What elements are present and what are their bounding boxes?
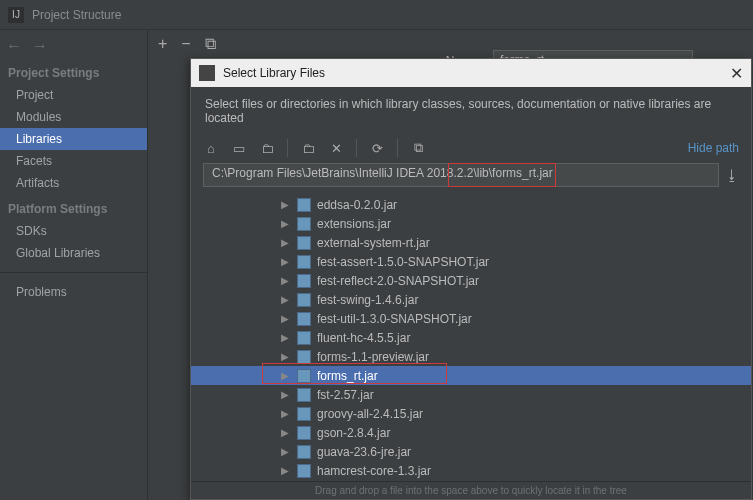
main-title-bar: IJ Project Structure xyxy=(0,0,753,30)
expand-icon[interactable]: ▶ xyxy=(281,256,291,267)
tree-row[interactable]: ▶gson-2.8.4.jar xyxy=(281,423,751,442)
expand-icon[interactable]: ▶ xyxy=(281,389,291,400)
window-title: Project Structure xyxy=(32,8,121,22)
expand-icon[interactable]: ▶ xyxy=(281,408,291,419)
tree-row[interactable]: ▶fest-util-1.3.0-SNAPSHOT.jar xyxy=(281,309,751,328)
app-icon: IJ xyxy=(8,7,24,23)
separator xyxy=(397,139,398,157)
expand-icon[interactable]: ▶ xyxy=(281,427,291,438)
dialog-toolbar: ⌂ ▭ 🗀 🗀 ✕ ⟳ ⧉ Hide path xyxy=(191,133,751,163)
close-icon[interactable]: ✕ xyxy=(730,64,743,83)
expand-icon[interactable]: ▶ xyxy=(281,313,291,324)
sidebar-item-global-libraries[interactable]: Global Libraries xyxy=(0,242,147,264)
delete-icon[interactable]: ✕ xyxy=(328,140,344,156)
expand-icon[interactable]: ▶ xyxy=(281,218,291,229)
expand-icon[interactable]: ▶ xyxy=(281,199,291,210)
file-label: fst-2.57.jar xyxy=(317,388,374,402)
tree-row[interactable]: ▶fluent-hc-4.5.5.jar xyxy=(281,328,751,347)
file-label: forms-1.1-preview.jar xyxy=(317,350,429,364)
jar-icon xyxy=(297,407,311,421)
new-folder-icon[interactable]: 🗀 xyxy=(300,140,316,156)
file-label: fest-swing-1.4.6.jar xyxy=(317,293,418,307)
tree-row[interactable]: ▶forms_rt.jar xyxy=(191,366,751,385)
forward-icon[interactable]: → xyxy=(32,37,48,55)
file-label: groovy-all-2.4.15.jar xyxy=(317,407,423,421)
file-label: gson-2.8.4.jar xyxy=(317,426,390,440)
jar-icon xyxy=(297,388,311,402)
sidebar-item-libraries[interactable]: Libraries xyxy=(0,128,147,150)
app-icon xyxy=(199,65,215,81)
jar-icon xyxy=(297,350,311,364)
separator xyxy=(287,139,288,157)
expand-icon[interactable]: ▶ xyxy=(281,465,291,476)
jar-icon xyxy=(297,198,311,212)
jar-icon xyxy=(297,426,311,440)
jar-icon xyxy=(297,217,311,231)
add-icon[interactable]: + xyxy=(158,35,167,53)
sidebar-item-artifacts[interactable]: Artifacts xyxy=(0,172,147,194)
file-label: eddsa-0.2.0.jar xyxy=(317,198,397,212)
expand-icon[interactable]: ▶ xyxy=(281,294,291,305)
file-label: fest-assert-1.5.0-SNAPSHOT.jar xyxy=(317,255,489,269)
expand-icon[interactable]: ▶ xyxy=(281,370,291,381)
tree-row[interactable]: ▶groovy-all-2.4.15.jar xyxy=(281,404,751,423)
tree-row[interactable]: ▶guava-23.6-jre.jar xyxy=(281,442,751,461)
file-label: hamcrest-core-1.3.jar xyxy=(317,464,431,478)
tree-row[interactable]: ▶forms-1.1-preview.jar xyxy=(281,347,751,366)
separator xyxy=(356,139,357,157)
file-label: fluent-hc-4.5.5.jar xyxy=(317,331,410,345)
expand-icon[interactable]: ▶ xyxy=(281,446,291,457)
tree-row[interactable]: ▶fest-assert-1.5.0-SNAPSHOT.jar xyxy=(281,252,751,271)
path-text: C:\Program Files\JetBrains\IntelliJ IDEA… xyxy=(212,166,553,180)
sidebar-item-problems[interactable]: Problems xyxy=(0,281,147,303)
expand-icon[interactable]: ▶ xyxy=(281,351,291,362)
jar-icon xyxy=(297,236,311,250)
tree-row[interactable]: ▶hamcrest-core-1.3.jar xyxy=(281,461,751,480)
tree-row[interactable]: ▶extensions.jar xyxy=(281,214,751,233)
expand-icon[interactable]: ▶ xyxy=(281,275,291,286)
jar-icon xyxy=(297,255,311,269)
dialog-info-text: Select files or directories in which lib… xyxy=(191,87,751,133)
select-library-dialog: Select Library Files ✕ Select files or d… xyxy=(190,58,752,500)
jar-icon xyxy=(297,312,311,326)
drag-hint: Drag and drop a file into the space abov… xyxy=(191,481,751,499)
file-label: guava-23.6-jre.jar xyxy=(317,445,411,459)
expand-icon[interactable]: ▶ xyxy=(281,332,291,343)
copy-icon[interactable]: ⧉ xyxy=(205,35,216,53)
remove-icon[interactable]: − xyxy=(181,35,190,53)
tree-row[interactable]: ▶fst-2.57.jar xyxy=(281,385,751,404)
tree-row[interactable]: ▶fest-reflect-2.0-SNAPSHOT.jar xyxy=(281,271,751,290)
tree-row[interactable]: ▶fest-swing-1.4.6.jar xyxy=(281,290,751,309)
jar-icon xyxy=(297,464,311,478)
path-input[interactable]: C:\Program Files\JetBrains\IntelliJ IDEA… xyxy=(203,163,719,187)
sidebar: ← → Project Settings Project Modules Lib… xyxy=(0,30,148,500)
project-icon[interactable]: 🗀 xyxy=(259,140,275,156)
sidebar-heading-platform: Platform Settings xyxy=(0,194,147,220)
expand-icon[interactable]: ▶ xyxy=(281,237,291,248)
file-label: external-system-rt.jar xyxy=(317,236,430,250)
jar-icon xyxy=(297,445,311,459)
hide-path-link[interactable]: Hide path xyxy=(688,141,739,155)
sidebar-item-project[interactable]: Project xyxy=(0,84,147,106)
desktop-icon[interactable]: ▭ xyxy=(231,140,247,156)
file-label: fest-util-1.3.0-SNAPSHOT.jar xyxy=(317,312,472,326)
file-label: extensions.jar xyxy=(317,217,391,231)
file-label: fest-reflect-2.0-SNAPSHOT.jar xyxy=(317,274,479,288)
tree-row[interactable]: ▶external-system-rt.jar xyxy=(281,233,751,252)
sidebar-item-sdks[interactable]: SDKs xyxy=(0,220,147,242)
jar-icon xyxy=(297,293,311,307)
sidebar-item-modules[interactable]: Modules xyxy=(0,106,147,128)
jar-icon xyxy=(297,369,311,383)
dialog-title-bar: Select Library Files ✕ xyxy=(191,59,751,87)
refresh-icon[interactable]: ⟳ xyxy=(369,140,385,156)
back-icon[interactable]: ← xyxy=(6,37,22,55)
file-tree[interactable]: ▶eddsa-0.2.0.jar▶extensions.jar▶external… xyxy=(191,193,751,481)
sidebar-heading-project: Project Settings xyxy=(0,58,147,84)
tree-row[interactable]: ▶eddsa-0.2.0.jar xyxy=(281,195,751,214)
download-icon[interactable]: ⭳ xyxy=(725,167,739,183)
home-icon[interactable]: ⌂ xyxy=(203,140,219,156)
file-label: forms_rt.jar xyxy=(317,369,378,383)
jar-icon xyxy=(297,274,311,288)
sidebar-item-facets[interactable]: Facets xyxy=(0,150,147,172)
show-hidden-icon[interactable]: ⧉ xyxy=(410,140,426,156)
